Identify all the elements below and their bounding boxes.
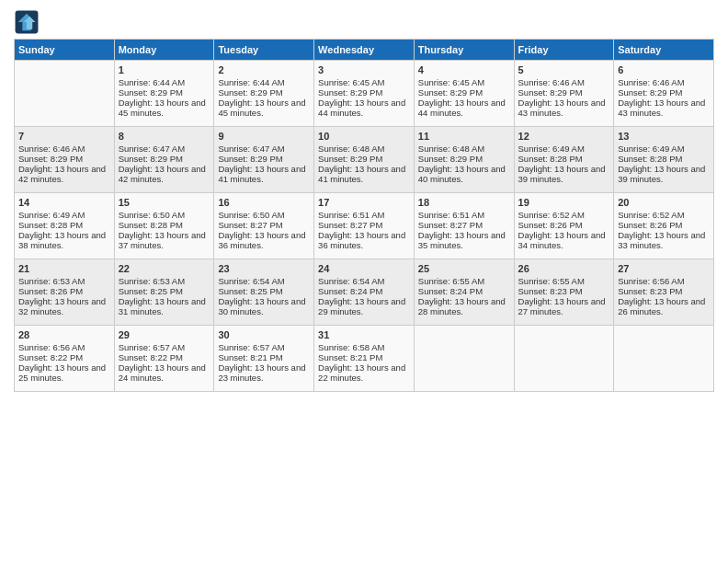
day-number: 16 [218,197,310,208]
col-sunday: Sunday [15,40,115,61]
sunrise-text: Sunrise: 6:52 AM [618,210,684,220]
sunrise-text: Sunrise: 6:57 AM [218,342,284,352]
sunset-text: Sunset: 8:26 PM [518,220,583,230]
sunrise-text: Sunrise: 6:47 AM [218,144,284,154]
day-number: 19 [518,197,610,208]
sunrise-text: Sunrise: 6:47 AM [119,144,185,154]
day-number: 11 [418,131,510,142]
day-number: 12 [518,131,610,142]
sunrise-text: Sunrise: 6:45 AM [318,77,384,87]
table-row: 29Sunrise: 6:57 AMSunset: 8:22 PMDayligh… [114,326,214,392]
sunset-text: Sunset: 8:23 PM [518,286,583,296]
sunrise-text: Sunrise: 6:52 AM [518,210,585,220]
sunset-text: Sunset: 8:21 PM [218,352,282,362]
day-number: 25 [418,263,510,274]
daylight-text: Daylight: 13 hours and 27 minutes. [518,296,606,316]
sunrise-text: Sunrise: 6:46 AM [518,77,585,87]
table-row: 1Sunrise: 6:44 AMSunset: 8:29 PMDaylight… [114,61,214,127]
day-number: 26 [518,263,610,274]
table-row: 13Sunrise: 6:49 AMSunset: 8:28 PMDayligh… [614,127,714,193]
day-number: 30 [218,329,310,340]
table-row: 18Sunrise: 6:51 AMSunset: 8:27 PMDayligh… [414,193,514,259]
daylight-text: Daylight: 13 hours and 26 minutes. [618,296,705,316]
week-row-1: 1Sunrise: 6:44 AMSunset: 8:29 PMDaylight… [15,61,714,127]
week-row-2: 7Sunrise: 6:46 AMSunset: 8:29 PMDaylight… [15,127,714,193]
daylight-text: Daylight: 13 hours and 41 minutes. [318,164,405,184]
sunset-text: Sunset: 8:28 PM [18,220,83,230]
table-row: 11Sunrise: 6:48 AMSunset: 8:29 PMDayligh… [414,127,514,193]
table-row: 23Sunrise: 6:54 AMSunset: 8:25 PMDayligh… [214,259,314,326]
table-row: 21Sunrise: 6:53 AMSunset: 8:26 PMDayligh… [15,259,115,326]
sunset-text: Sunset: 8:29 PM [618,87,682,98]
week-row-3: 14Sunrise: 6:49 AMSunset: 8:28 PMDayligh… [15,193,714,259]
sunset-text: Sunset: 8:26 PM [618,220,682,230]
table-row: 26Sunrise: 6:55 AMSunset: 8:23 PMDayligh… [514,259,614,326]
sunset-text: Sunset: 8:24 PM [318,286,382,296]
day-number: 27 [618,263,710,274]
logo-icon [14,9,40,35]
daylight-text: Daylight: 13 hours and 39 minutes. [518,164,606,184]
sunset-text: Sunset: 8:27 PM [218,220,282,230]
table-row: 4Sunrise: 6:45 AMSunset: 8:29 PMDaylight… [414,61,514,127]
table-row: 27Sunrise: 6:56 AMSunset: 8:23 PMDayligh… [614,259,714,326]
sunrise-text: Sunrise: 6:56 AM [18,342,85,352]
day-number: 20 [618,197,710,208]
day-number: 8 [119,131,210,142]
sunrise-text: Sunrise: 6:53 AM [119,276,185,286]
daylight-text: Daylight: 13 hours and 42 minutes. [119,164,206,184]
week-row-5: 28Sunrise: 6:56 AMSunset: 8:22 PMDayligh… [15,326,714,392]
sunset-text: Sunset: 8:29 PM [18,154,83,164]
sunset-text: Sunset: 8:24 PM [418,286,483,296]
daylight-text: Daylight: 13 hours and 43 minutes. [618,98,705,118]
daylight-text: Daylight: 13 hours and 36 minutes. [318,230,405,250]
sunset-text: Sunset: 8:28 PM [518,154,583,164]
daylight-text: Daylight: 13 hours and 32 minutes. [18,296,106,316]
sunrise-text: Sunrise: 6:48 AM [418,144,484,154]
week-row-4: 21Sunrise: 6:53 AMSunset: 8:26 PMDayligh… [15,259,714,326]
col-saturday: Saturday [614,40,714,61]
daylight-text: Daylight: 13 hours and 22 minutes. [318,362,405,383]
sunrise-text: Sunrise: 6:58 AM [318,342,384,352]
table-row [414,326,514,392]
daylight-text: Daylight: 13 hours and 23 minutes. [218,362,305,383]
day-number: 9 [218,131,310,142]
day-number: 23 [218,263,310,274]
sunset-text: Sunset: 8:29 PM [318,154,382,164]
sunrise-text: Sunrise: 6:53 AM [18,276,85,286]
day-number: 7 [18,131,110,142]
sunset-text: Sunset: 8:29 PM [218,154,282,164]
sunset-text: Sunset: 8:29 PM [318,87,382,98]
day-number: 4 [418,64,510,75]
table-row: 6Sunrise: 6:46 AMSunset: 8:29 PMDaylight… [614,61,714,127]
day-number: 15 [119,197,210,208]
col-monday: Monday [114,40,214,61]
table-row: 17Sunrise: 6:51 AMSunset: 8:27 PMDayligh… [314,193,415,259]
daylight-text: Daylight: 13 hours and 31 minutes. [119,296,206,316]
daylight-text: Daylight: 13 hours and 40 minutes. [418,164,506,184]
sunset-text: Sunset: 8:27 PM [418,220,483,230]
sunrise-text: Sunrise: 6:54 AM [218,276,284,286]
sunset-text: Sunset: 8:23 PM [618,286,682,296]
table-row: 10Sunrise: 6:48 AMSunset: 8:29 PMDayligh… [314,127,415,193]
sunrise-text: Sunrise: 6:46 AM [18,144,85,154]
table-row: 9Sunrise: 6:47 AMSunset: 8:29 PMDaylight… [214,127,314,193]
sunrise-text: Sunrise: 6:44 AM [119,77,185,87]
sunset-text: Sunset: 8:27 PM [318,220,382,230]
day-number: 5 [518,64,610,75]
sunset-text: Sunset: 8:29 PM [119,87,183,98]
table-row: 20Sunrise: 6:52 AMSunset: 8:26 PMDayligh… [614,193,714,259]
sunset-text: Sunset: 8:28 PM [618,154,682,164]
header-row: Sunday Monday Tuesday Wednesday Thursday… [15,40,714,61]
col-wednesday: Wednesday [314,40,415,61]
day-number: 10 [318,131,410,142]
daylight-text: Daylight: 13 hours and 34 minutes. [518,230,606,250]
table-row [15,61,115,127]
sunset-text: Sunset: 8:21 PM [318,352,382,362]
day-number: 24 [318,263,410,274]
daylight-text: Daylight: 13 hours and 30 minutes. [218,296,305,316]
daylight-text: Daylight: 13 hours and 35 minutes. [418,230,506,250]
daylight-text: Daylight: 13 hours and 45 minutes. [119,98,206,118]
day-number: 1 [119,64,210,75]
sunrise-text: Sunrise: 6:44 AM [218,77,284,87]
sunset-text: Sunset: 8:25 PM [119,286,183,296]
